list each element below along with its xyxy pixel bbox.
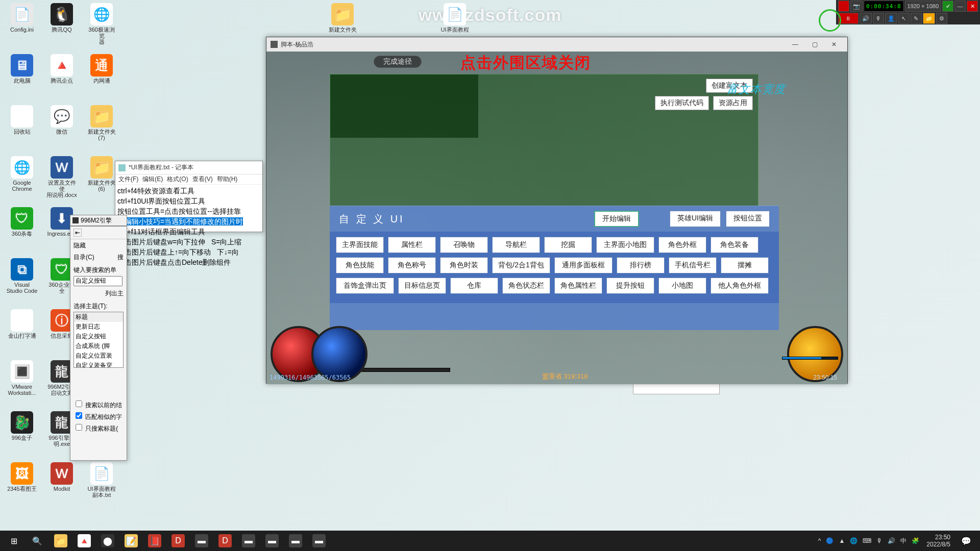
tray-icon[interactable]: ▲ (839, 537, 845, 544)
help-window-title[interactable]: 996M2引擎 (70, 215, 127, 226)
ui-category-button[interactable]: 小地图 (658, 278, 706, 294)
desktop-icon[interactable]: WModkit (46, 462, 78, 492)
game-scene[interactable]: 完成途径 点击外围区域关闭 创建富文本 执行测试代码 资源占用 富文本宽度 自 … (266, 52, 847, 384)
tray-icon[interactable]: 🌐 (850, 537, 857, 544)
notepad-menu-item[interactable]: 帮助(H) (217, 175, 238, 184)
desktop-icon[interactable]: 📄UI界面教程 副本.txt (86, 462, 117, 498)
ui-category-button[interactable]: 摆摊 (721, 257, 769, 273)
taskbar-app[interactable]: ▬ (237, 531, 260, 551)
notepad-menu-item[interactable]: 文件(F) (118, 175, 138, 184)
desktop-icon[interactable]: 🌐Google Chrome (6, 156, 38, 192)
desktop-icon[interactable]: 🛡360杀毒 (6, 207, 38, 237)
ui-category-button[interactable]: 角色装备 (710, 237, 758, 253)
hero-ui-edit-button[interactable]: 英雄UI编辑 (670, 211, 721, 227)
ui-category-button[interactable]: 他人角色外框 (710, 278, 769, 294)
ui-category-button[interactable]: 角色称号 (388, 257, 436, 273)
minimize-button[interactable]: — (786, 39, 804, 49)
ui-category-button[interactable]: 首饰盒弹出页 (336, 278, 394, 294)
taskbar-app[interactable]: 📕 (143, 531, 166, 551)
help-theme-list[interactable]: 标题 更新日志自定义按钮合成系统 (脚自定义位置装自定义装备穿 (74, 312, 124, 368)
tray-icon[interactable]: ⌨ (863, 537, 871, 544)
help-search-tab[interactable]: 搜 (117, 253, 124, 262)
list-item[interactable]: 更新日志 (74, 322, 123, 332)
tray-icon[interactable]: 🔵 (826, 537, 834, 544)
ui-category-button[interactable]: 角色属性栏 (554, 278, 602, 294)
ui-category-button[interactable]: 挖掘 (544, 237, 592, 253)
desktop-icon[interactable]: 🖼2345看图王 (6, 462, 38, 492)
desktop-icon[interactable]: 🐉996盒子 (6, 411, 38, 441)
notepad-titlebar[interactable]: *UI界面教程.txt - 记事本 (115, 161, 262, 174)
taskbar-app[interactable]: ▬ (307, 531, 331, 551)
notepad-text[interactable]: ctrl+f4特效资源查看工具 ctrl+f10UI界面按钮位置工具 按钮位置工… (115, 185, 262, 268)
taskbar-app[interactable]: ▬ (284, 531, 307, 551)
ui-category-button[interactable]: 目标信息页 (398, 278, 446, 294)
notification-icon[interactable]: 💬 (954, 531, 978, 551)
resource-usage-button[interactable]: 资源占用 (713, 96, 753, 110)
desktop-icon[interactable]: 📁新建文件夹 (327, 3, 358, 33)
desktop-icon[interactable]: 🌐360极速浏览 器 (86, 3, 117, 45)
desktop-icon[interactable]: ⌨金山打字通 (6, 309, 38, 339)
opt-similar[interactable]: 匹配相似的字 (70, 410, 127, 422)
audio-icon[interactable]: 🔊 (860, 13, 872, 24)
button-position-button[interactable]: 按钮位置 (726, 211, 770, 227)
desktop-icon[interactable]: 💬微信 (46, 105, 78, 135)
folder-icon[interactable]: 📁 (923, 13, 935, 24)
ui-category-button[interactable]: 通用多面板框 (554, 257, 612, 273)
ui-category-button[interactable]: 属性栏 (388, 237, 436, 253)
taskbar-app[interactable]: ▬ (260, 531, 284, 551)
tray-icon[interactable]: 🔊 (888, 537, 895, 544)
taskbar-app[interactable]: ⊞ (2, 531, 26, 551)
edit-overlay[interactable]: 创建富文本 执行测试代码 资源占用 富文本宽度 (330, 74, 758, 207)
ui-category-button[interactable]: 排行榜 (617, 257, 665, 273)
recorder-close-icon[interactable]: ✕ (967, 1, 978, 12)
taskbar-app[interactable]: D (213, 531, 237, 551)
ui-category-button[interactable]: 角色外框 (658, 237, 706, 253)
run-test-code-button[interactable]: 执行测试代码 (655, 96, 709, 110)
close-button[interactable]: ✕ (825, 39, 843, 49)
taskbar-app[interactable]: ⬤ (96, 531, 119, 551)
ui-category-button[interactable]: 角色状态栏 (502, 278, 550, 294)
opt-title-only[interactable]: 只搜索标题( (70, 422, 127, 434)
desktop-icon[interactable]: 📄UI界面教程 (439, 3, 471, 33)
help-search-input[interactable] (74, 276, 122, 286)
desktop-icon[interactable]: 🐧腾讯QQ (46, 3, 78, 33)
maximize-button[interactable]: ▢ (805, 39, 824, 49)
help-list-button[interactable]: 列出主 (70, 286, 127, 299)
notepad-menubar[interactable]: 文件(F)编辑(E)格式(O)查看(V)帮助(H) (115, 174, 262, 185)
ui-category-button[interactable]: 角色技能 (336, 257, 384, 273)
tray-icon[interactable]: 🧩 (912, 537, 919, 544)
taskbar-app[interactable]: 📁 (49, 531, 72, 551)
taskbar-clock[interactable]: 23:50 2022/8/5 (922, 534, 954, 548)
taskbar-app[interactable]: ▬ (190, 531, 213, 551)
mic-icon[interactable]: 🎙 (873, 13, 884, 24)
completion-path-button[interactable]: 完成途径 (374, 56, 422, 68)
ui-category-button[interactable]: 召唤物 (440, 237, 488, 253)
taskbar-app[interactable]: 📝 (119, 531, 143, 551)
hide-button[interactable]: ⇤ (74, 229, 82, 237)
desktop-icon[interactable]: W设置及文件使 用说明.docx (46, 156, 78, 198)
desktop-icon[interactable]: 🗑回收站 (6, 105, 38, 135)
desktop-icon[interactable]: 🔳VMware Workstati... (6, 360, 38, 396)
ui-category-button[interactable]: 仓库 (450, 278, 498, 294)
help-dir-tab[interactable]: 目录(C) (74, 253, 94, 262)
ui-category-button[interactable]: 导航栏 (492, 237, 540, 253)
camera-icon[interactable]: 📷 (850, 1, 863, 12)
notepad-menu-item[interactable]: 查看(V) (192, 175, 213, 184)
settings-icon[interactable]: ⚙ (936, 13, 947, 24)
taskbar-app[interactable]: 🔍 (26, 531, 49, 551)
game-titlebar[interactable]: 脚本-杨品浩 —▢✕ (266, 37, 847, 52)
ui-category-button[interactable]: 主界面技能 (336, 237, 384, 253)
desktop-icon[interactable]: 📁新建文件夹 (6) (86, 156, 117, 192)
desktop-icon[interactable]: 📄Config.ini (6, 3, 38, 33)
ui-category-button[interactable]: 提升按钮 (606, 278, 654, 294)
opt-prev[interactable]: 搜索以前的结 (70, 398, 127, 410)
speed-track[interactable] (353, 368, 450, 372)
taskbar-app[interactable]: 🔺 (72, 531, 96, 551)
ui-category-button[interactable]: 角色时装 (440, 257, 488, 273)
cursor-icon[interactable]: ↖ (898, 13, 910, 24)
tray-icon[interactable]: 🎙 (876, 537, 883, 544)
ui-category-button[interactable]: 主界面小地图 (596, 237, 654, 253)
ui-category-button[interactable]: 背包/2合1背包 (492, 257, 550, 273)
list-item[interactable]: 合成系统 (脚 (74, 341, 123, 351)
pen-icon[interactable]: ✎ (911, 13, 922, 24)
